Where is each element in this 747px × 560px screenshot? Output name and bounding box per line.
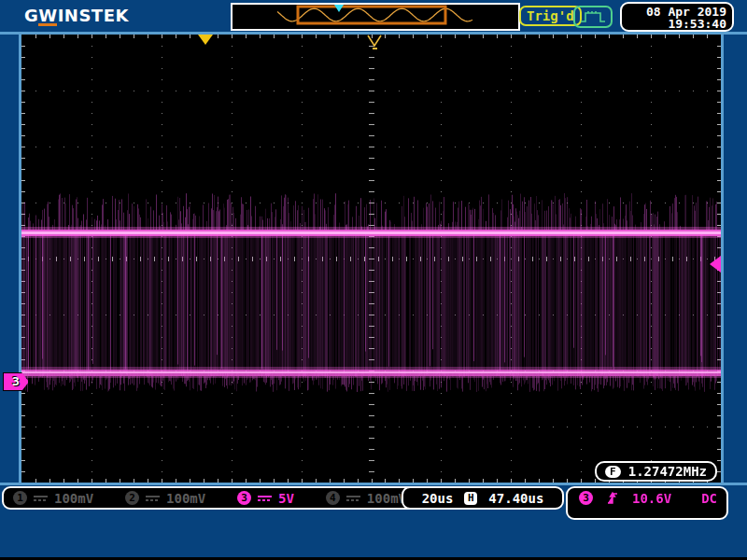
logo-g: G [24, 6, 38, 25]
rising-edge-icon [606, 491, 619, 505]
time-text: 19:53:40 [622, 18, 726, 30]
channel-3-status[interactable]: 3 5V [237, 491, 294, 506]
channel-1-scale: 100mV [54, 491, 93, 506]
channel-2-badge: 2 [125, 491, 139, 505]
trigger-source-badge: 3 [579, 491, 593, 505]
channel-4-badge: 4 [326, 491, 340, 505]
trigger-level-marker[interactable] [710, 256, 721, 273]
channel-1-badge: 1 [13, 491, 27, 505]
channel-2-status[interactable]: 2 100mV [125, 491, 205, 506]
frequency-icon: F [605, 466, 621, 478]
frequency-value: 1.27472MHz [628, 464, 707, 479]
graticule-frame: F 1.27472MHz [19, 32, 724, 485]
dc-coupling-icon [346, 496, 360, 501]
channel-4-scale: 100mV [367, 491, 406, 506]
bottom-separator [0, 483, 747, 485]
channel-1-status[interactable]: 1 100mV [13, 491, 93, 506]
trigger-status-badge[interactable]: Trig'd [519, 6, 582, 26]
memory-position-marker[interactable] [198, 35, 213, 45]
horizontal-icon: H [464, 492, 477, 505]
acquisition-preview[interactable] [231, 3, 520, 31]
trigger-coupling: DC [701, 491, 717, 506]
datetime-display[interactable]: 08 Apr 2019 19:53:40 [620, 2, 734, 32]
dc-coupling-icon [258, 496, 272, 501]
channel-2-scale: 100mV [166, 491, 205, 506]
trigger-position-marker[interactable] [366, 35, 383, 49]
timebase-scale: 20us [422, 491, 454, 506]
trigger-mode-badge[interactable] [573, 6, 613, 28]
trigger-status-box[interactable]: 3 10.6V DC [566, 486, 728, 520]
preview-waveform-canvas [233, 5, 514, 25]
timebase-position: 47.40us [488, 491, 543, 506]
brand-logo: GWINSTEK [24, 6, 129, 25]
trigger-level-value: 10.6V [632, 491, 671, 506]
channel-4-status[interactable]: 4 100mV [326, 491, 406, 506]
oscilloscope-screen: GWINSTEK Trig'd 08 Apr 2019 19:53:40 F 1… [0, 0, 747, 560]
logo-rest: INSTEK [58, 6, 129, 25]
top-bar: GWINSTEK Trig'd 08 Apr 2019 19:53:40 [0, 0, 747, 32]
channel-3-badge: 3 [237, 491, 251, 505]
dc-coupling-icon [34, 496, 48, 501]
logo-w: W [38, 6, 57, 25]
dc-coupling-icon [146, 496, 160, 501]
timebase-status[interactable]: 20us H 47.40us [402, 486, 564, 510]
channel-status-bar: 1 100mV 2 100mV 3 5V 4 100mV [2, 486, 417, 510]
frequency-counter: F 1.27472MHz [595, 461, 717, 482]
pulse-burst-icon [580, 10, 606, 23]
channel-3-scale: 5V [278, 491, 294, 506]
waveform-display [21, 35, 721, 483]
